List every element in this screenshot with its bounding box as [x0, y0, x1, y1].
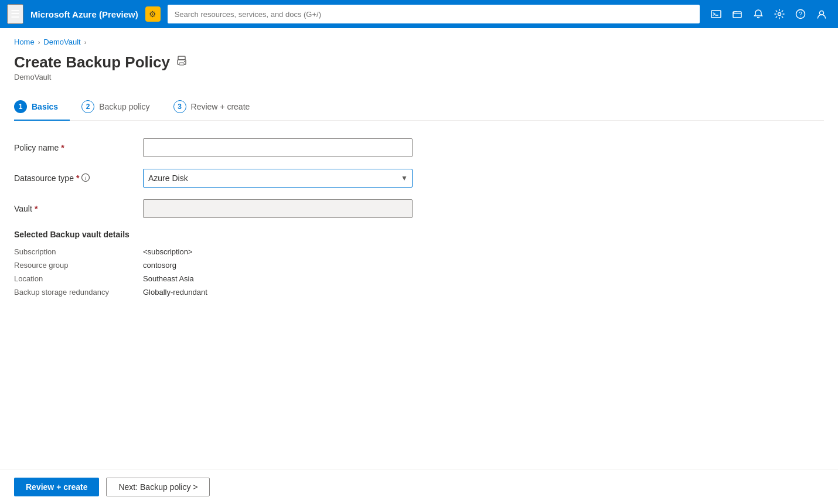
vault-label: Vault * [14, 204, 143, 213]
notifications-icon-button[interactable] [749, 5, 768, 23]
topbar: ☰ Microsoft Azure (Preview) ⚙ ? [0, 0, 838, 28]
breadcrumb: Home › DemoVault › [14, 38, 824, 46]
directory-icon-button[interactable] [728, 5, 747, 23]
svg-rect-7 [178, 56, 185, 60]
tab-backup-policy[interactable]: 2 Backup policy [81, 93, 161, 120]
details-resource-group-value: contosorg [143, 261, 176, 270]
search-input[interactable] [168, 5, 700, 23]
breadcrumb-demovault[interactable]: DemoVault [43, 38, 80, 46]
details-location-row: Location Southeast Asia [14, 274, 459, 283]
settings-icon-button[interactable] [770, 5, 789, 23]
details-resource-group-row: Resource group contosorg [14, 261, 459, 270]
policy-name-row: Policy name * [14, 138, 459, 157]
tab-label-backup-policy: Backup policy [99, 102, 149, 111]
topbar-actions: ? [707, 5, 831, 23]
datasource-type-required: * [76, 173, 79, 183]
svg-point-3 [778, 13, 781, 16]
details-location-value: Southeast Asia [143, 274, 194, 283]
tab-label-review-create: Review + create [191, 102, 250, 111]
hamburger-menu-button[interactable]: ☰ [7, 4, 23, 24]
tab-review-create[interactable]: 3 Review + create [173, 93, 262, 120]
policy-name-required: * [61, 143, 64, 152]
details-subscription-label: Subscription [14, 247, 143, 256]
details-redundancy-label: Backup storage redundancy [14, 288, 143, 297]
form-section: Policy name * Datasource type * i Azure … [14, 138, 459, 297]
datasource-type-info-icon[interactable]: i [81, 173, 90, 183]
datasource-type-select-wrapper: Azure Disk Azure Blobs Azure Database fo… [143, 169, 413, 188]
vault-input: DemoVault [143, 199, 413, 218]
brand-name: Microsoft Azure (Preview) [30, 9, 138, 19]
details-section: Selected Backup vault details Subscripti… [14, 230, 459, 297]
breadcrumb-sep-1: › [38, 39, 40, 46]
badge-symbol: ⚙ [149, 9, 156, 19]
details-redundancy-value: Globally-redundant [143, 288, 207, 297]
print-icon[interactable] [176, 55, 188, 70]
svg-rect-0 [711, 11, 721, 18]
policy-name-input[interactable] [143, 138, 413, 157]
wizard-tabs: 1 Basics 2 Backup policy 3 Review + crea… [14, 93, 824, 121]
page-title-row: Create Backup Policy [14, 53, 824, 71]
datasource-type-label: Datasource type * i [14, 173, 143, 183]
datasource-type-select[interactable]: Azure Disk Azure Blobs Azure Database fo… [143, 169, 413, 188]
azure-badge-icon: ⚙ [145, 6, 161, 22]
page-subtitle: DemoVault [14, 73, 824, 81]
user-icon-button[interactable] [812, 5, 831, 23]
svg-text:?: ? [799, 11, 802, 18]
svg-text:i: i [85, 175, 87, 181]
details-location-label: Location [14, 274, 143, 283]
terminal-icon-button[interactable] [707, 5, 725, 23]
details-redundancy-row: Backup storage redundancy Globally-redun… [14, 288, 459, 297]
main-content: Home › DemoVault › Create Backup Policy … [0, 28, 838, 469]
breadcrumb-sep-2: › [84, 39, 87, 46]
datasource-type-row: Datasource type * i Azure Disk Azure Blo… [14, 169, 459, 188]
vault-required: * [35, 204, 38, 213]
tab-num-2: 2 [81, 100, 94, 113]
details-resource-group-label: Resource group [14, 261, 143, 270]
breadcrumb-home[interactable]: Home [14, 38, 35, 46]
page-title: Create Backup Policy [14, 53, 170, 71]
tab-num-1: 1 [14, 100, 27, 113]
tab-num-3: 3 [173, 100, 186, 113]
vault-row: Vault * DemoVault [14, 199, 459, 218]
details-title: Selected Backup vault details [14, 230, 459, 239]
help-icon-button[interactable]: ? [791, 5, 810, 23]
details-subscription-value: <subscription> [143, 247, 193, 256]
details-subscription-row: Subscription <subscription> [14, 247, 459, 256]
svg-rect-2 [733, 12, 741, 18]
tab-label-basics: Basics [32, 102, 58, 111]
policy-name-label: Policy name * [14, 143, 143, 152]
svg-point-10 [184, 61, 185, 62]
tab-basics[interactable]: 1 Basics [14, 93, 70, 120]
svg-rect-9 [179, 63, 184, 65]
